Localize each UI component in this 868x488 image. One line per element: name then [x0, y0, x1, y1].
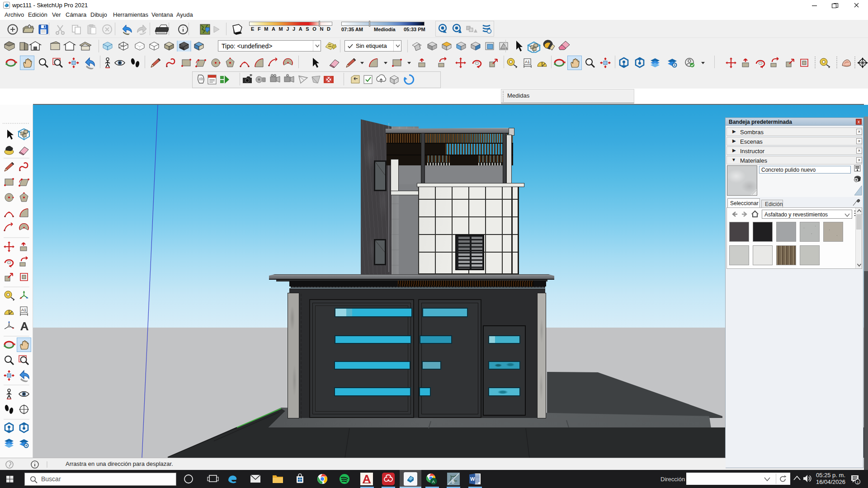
svg-text:A: A	[432, 479, 435, 484]
svg-text:1: 1	[857, 480, 859, 484]
svg-text:8: 8	[452, 479, 454, 484]
svg-text:W: W	[470, 476, 475, 482]
